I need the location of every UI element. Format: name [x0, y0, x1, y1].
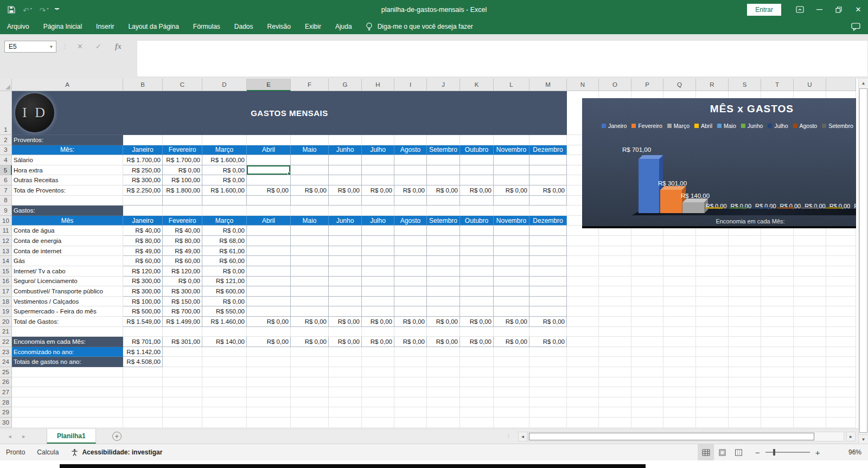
cell-L21[interactable] [494, 327, 529, 337]
row-header-28[interactable]: 28 [0, 398, 12, 408]
cell-L24[interactable] [494, 357, 529, 367]
cell-E29[interactable] [247, 407, 291, 418]
cell-E11[interactable] [247, 226, 291, 236]
tab-dados[interactable]: Dados [227, 19, 260, 34]
vertical-scrollbar-thumb[interactable] [859, 88, 867, 433]
cell-S12[interactable] [729, 236, 761, 246]
cell-S28[interactable] [729, 398, 761, 408]
cell-C28[interactable] [163, 398, 202, 408]
comments-icon[interactable] [851, 23, 860, 31]
cell-F26[interactable] [291, 377, 329, 388]
cell-S18[interactable] [729, 297, 761, 307]
cell-C16[interactable]: R$ 0,00 [163, 277, 202, 287]
cell-A6[interactable]: Outras Receitas [12, 175, 123, 185]
cell-G6[interactable] [329, 175, 362, 185]
cell-K17[interactable] [460, 286, 494, 297]
cell-P14[interactable] [631, 256, 663, 266]
cell-S17[interactable] [729, 286, 761, 297]
cell-D22[interactable]: R$ 140,00 [202, 337, 247, 347]
cell-J6[interactable] [427, 175, 460, 185]
cell-A9[interactable]: Gastos: [12, 206, 123, 216]
cell-U29[interactable] [794, 407, 826, 418]
cell-D20[interactable]: R$ 1.460,00 [202, 317, 247, 327]
col-header-A[interactable]: A [12, 79, 123, 91]
insert-function-icon[interactable]: fx [115, 42, 122, 51]
row-header-24[interactable]: 24 [0, 357, 12, 367]
row-header-1[interactable]: 1 [0, 91, 12, 135]
col-header-T[interactable]: T [761, 79, 794, 91]
cell-A30[interactable] [12, 418, 123, 428]
row-header-6[interactable]: 6 [0, 175, 12, 185]
normal-view-icon[interactable] [698, 444, 714, 460]
cell-J5[interactable] [427, 165, 460, 176]
cell-T17[interactable] [761, 286, 794, 297]
row-header-22[interactable]: 22 [0, 337, 12, 347]
col-header-partial[interactable] [826, 79, 856, 91]
col-header-H[interactable]: H [362, 79, 394, 91]
cell-R29[interactable] [696, 407, 729, 418]
cell-B9[interactable] [123, 206, 163, 216]
cell-C25[interactable] [163, 367, 202, 377]
cell-H30[interactable] [362, 418, 394, 428]
cell-P26[interactable] [631, 377, 663, 388]
cell-Q23[interactable] [663, 347, 696, 357]
cell-F3[interactable]: Maio [291, 145, 329, 156]
cell-R25[interactable] [696, 367, 729, 377]
col-header-N[interactable]: N [567, 79, 599, 91]
cell-E7[interactable]: R$ 0,00 [247, 185, 291, 196]
cell-Q16[interactable] [663, 277, 696, 287]
chart-mes-x-gastos[interactable]: MÊS x GASTOS JaneiroFevereiroMarçoAbrilM… [582, 98, 856, 228]
cell-U26[interactable] [794, 377, 826, 388]
cell-P19[interactable] [631, 306, 663, 317]
cell-G5[interactable] [329, 165, 362, 176]
cell-M16[interactable] [529, 277, 567, 287]
cell-I24[interactable] [394, 357, 427, 367]
cell-K7[interactable]: R$ 0,00 [460, 185, 494, 196]
cell-V25[interactable] [826, 367, 856, 377]
cell-M18[interactable] [529, 297, 567, 307]
col-header-G[interactable]: G [329, 79, 362, 91]
cell-A2[interactable]: Proventos: [12, 135, 123, 145]
cell-G29[interactable] [329, 407, 362, 418]
cell-E24[interactable] [247, 357, 291, 367]
cell-V18[interactable] [826, 297, 856, 307]
cell-A26[interactable] [12, 377, 123, 388]
cell-E14[interactable] [247, 256, 291, 266]
cell-Q26[interactable] [663, 377, 696, 388]
cell-A16[interactable]: Seguro/ Licenciamento [12, 277, 123, 287]
cell-E23[interactable] [247, 347, 291, 357]
cell-O22[interactable] [599, 337, 631, 347]
col-header-S[interactable]: S [729, 79, 761, 91]
cell-Q28[interactable] [663, 398, 696, 408]
tab-fórmulas[interactable]: Fórmulas [186, 19, 227, 34]
cell-R14[interactable] [696, 256, 729, 266]
cell-E12[interactable] [247, 236, 291, 246]
cell-B3[interactable]: Janeiro [123, 145, 163, 156]
cancel-entry-icon[interactable]: ✕ [77, 42, 83, 50]
cell-K16[interactable] [460, 277, 494, 287]
cell-M6[interactable] [529, 175, 567, 185]
cell-S14[interactable] [729, 256, 761, 266]
scroll-up-icon[interactable]: ▲ [859, 79, 868, 88]
cell-A12[interactable]: Conta de energia [12, 236, 123, 246]
cell-L17[interactable] [494, 286, 529, 297]
cell-U12[interactable] [794, 236, 826, 246]
horizontal-scrollbar[interactable] [528, 432, 844, 441]
cell-I9[interactable] [394, 206, 427, 216]
cell-M24[interactable] [529, 357, 567, 367]
cell-H22[interactable]: R$ 0,00 [362, 337, 394, 347]
cell-M3[interactable]: Dezembro [529, 145, 567, 156]
cell-R24[interactable] [696, 357, 729, 367]
row-header-3[interactable]: 3 [0, 145, 12, 156]
prev-sheet-icon[interactable]: ◄ [5, 434, 14, 439]
cell-G30[interactable] [329, 418, 362, 428]
cell-K6[interactable] [460, 175, 494, 185]
cell-M28[interactable] [529, 398, 567, 408]
cell-M21[interactable] [529, 327, 567, 337]
formula-input[interactable] [137, 40, 868, 77]
tab-página-inicial[interactable]: Página Inicial [36, 19, 89, 34]
cell-D10[interactable]: Março [202, 216, 247, 226]
cell-M15[interactable] [529, 266, 567, 277]
cell-C5[interactable]: R$ 0,00 [163, 165, 202, 176]
cell-B18[interactable]: R$ 100,00 [123, 297, 163, 307]
